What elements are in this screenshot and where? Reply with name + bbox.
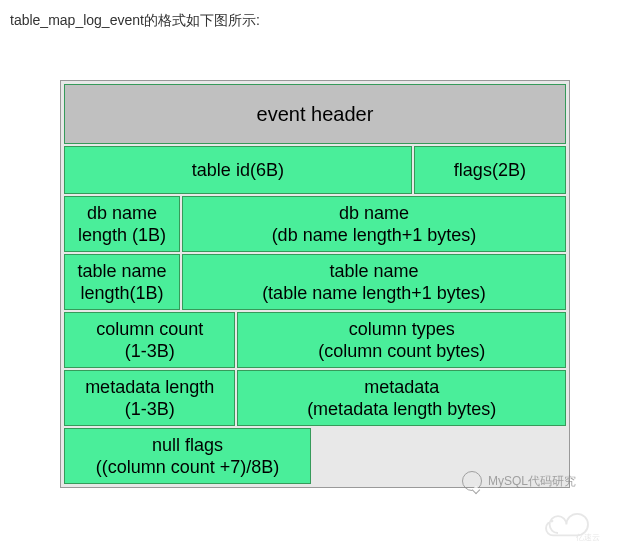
metadata-l1: metadata (364, 376, 439, 399)
column-count-l1: column count (96, 318, 203, 341)
column-count-l2: (1-3B) (125, 340, 175, 363)
table-name-l1: table name (329, 260, 418, 283)
db-name-length-l2: length (1B) (78, 224, 166, 247)
db-name-length-l1: db name (87, 202, 157, 225)
watermark-logo-icon: 亿速云 (540, 507, 612, 547)
row-tableid-flags: table id(6B) flags(2B) (63, 145, 567, 195)
cell-table-name: table name (table name length+1 bytes) (182, 254, 566, 310)
null-flags-l1: null flags (152, 434, 223, 457)
metadata-l2: (metadata length bytes) (307, 398, 496, 421)
metadata-length-l2: (1-3B) (125, 398, 175, 421)
column-types-l1: column types (349, 318, 455, 341)
watermark-logo-text: 亿速云 (575, 532, 600, 542)
cell-column-types: column types (column count bytes) (237, 312, 566, 368)
table-name-length-l1: table name (77, 260, 166, 283)
cell-table-name-length: table name length(1B) (64, 254, 180, 310)
column-types-l2: (column count bytes) (318, 340, 485, 363)
row-metadata: metadata length (1-3B) metadata (metadat… (63, 369, 567, 427)
cell-db-name: db name (db name length+1 bytes) (182, 196, 566, 252)
cell-null-flags: null flags ((column count +7)/8B) (64, 428, 311, 484)
cell-metadata-length: metadata length (1-3B) (64, 370, 235, 426)
flags-label: flags(2B) (454, 159, 526, 182)
watermark-wechat-label: MySQL代码研究 (488, 473, 576, 490)
cell-flags: flags(2B) (414, 146, 566, 194)
watermark-wechat: MySQL代码研究 (462, 471, 576, 491)
table-name-length-l2: length(1B) (80, 282, 163, 305)
cell-metadata: metadata (metadata length bytes) (237, 370, 566, 426)
cell-db-name-length: db name length (1B) (64, 196, 180, 252)
row-event-header: event header (63, 83, 567, 145)
metadata-length-l1: metadata length (85, 376, 214, 399)
cell-event-header: event header (64, 84, 566, 144)
table-id-label: table id(6B) (192, 159, 284, 182)
event-header-label: event header (257, 102, 374, 127)
cell-column-count: column count (1-3B) (64, 312, 235, 368)
row-columns: column count (1-3B) column types (column… (63, 311, 567, 369)
wechat-icon (462, 471, 482, 491)
db-name-l2: (db name length+1 bytes) (272, 224, 477, 247)
db-name-l1: db name (339, 202, 409, 225)
caption-text: table_map_log_event的格式如下图所示: (10, 12, 260, 30)
cell-table-id: table id(6B) (64, 146, 412, 194)
table-name-l2: (table name length+1 bytes) (262, 282, 486, 305)
format-diagram: event header table id(6B) flags(2B) db n… (60, 80, 570, 488)
null-flags-l2: ((column count +7)/8B) (96, 456, 280, 479)
row-dbname: db name length (1B) db name (db name len… (63, 195, 567, 253)
row-tablename: table name length(1B) table name (table … (63, 253, 567, 311)
